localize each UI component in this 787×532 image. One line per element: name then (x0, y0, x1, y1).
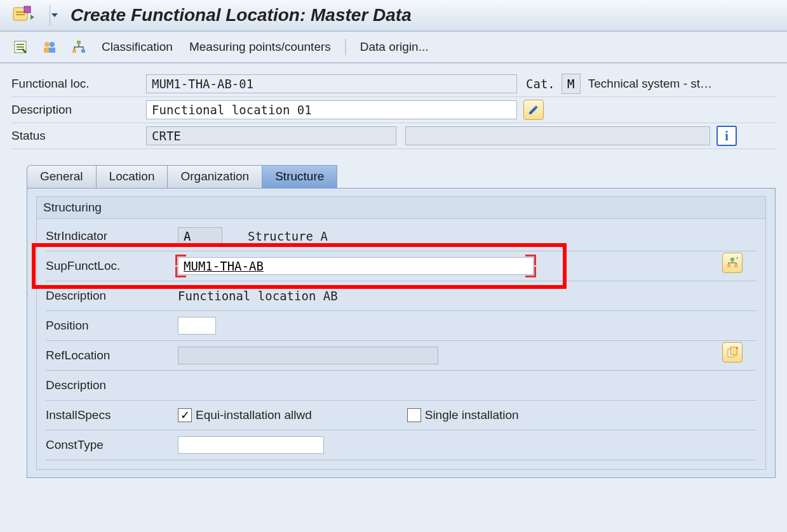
strindicator-label: StrIndicator (46, 229, 178, 243)
toolbar-separator (345, 39, 346, 55)
funcloc-label: Functional loc. (11, 77, 146, 91)
sap-window: Create Functional Location: Master Data … (0, 0, 787, 478)
structure-overview-button[interactable] (722, 253, 743, 273)
svg-rect-9 (81, 50, 85, 53)
focus-corner-icon (175, 255, 186, 265)
page-title: Create Functional Location: Master Data (71, 5, 412, 25)
category-field: M (562, 74, 581, 94)
consttype-label: ConstType (46, 438, 178, 452)
supfunctloc-row: SupFunctLoc. (46, 251, 757, 281)
hierarchy-icon[interactable] (70, 38, 88, 56)
svg-rect-10 (730, 258, 734, 261)
supfunctloc-label: SupFunctLoc. (46, 259, 178, 273)
data-origin-button[interactable]: Data origin... (358, 39, 431, 55)
classification-button[interactable]: Classification (99, 39, 175, 55)
tabstrip: General Location Organization Structure (27, 164, 776, 188)
single-installation-label: Single installation (425, 408, 519, 422)
status-extra-field (405, 126, 710, 145)
equi-installation-checkbox[interactable] (178, 408, 192, 422)
ref-description-label: Description (46, 378, 178, 392)
focus-corner-icon (525, 255, 536, 265)
description-label: Description (11, 103, 146, 117)
svg-rect-12 (734, 264, 737, 267)
equi-installation-label: Equi-installation allwd (196, 408, 312, 422)
structuring-group: Structuring StrIndicator A Structure A S… (36, 196, 766, 470)
svg-rect-6 (49, 48, 55, 53)
svg-rect-1 (24, 6, 30, 13)
status-label: Status (11, 129, 146, 143)
installspecs-label: InstallSpecs (46, 408, 178, 422)
strindicator-field: A (178, 227, 222, 245)
status-field: CRTE (146, 126, 396, 145)
single-installation-checkbox[interactable] (407, 408, 421, 422)
svg-point-3 (44, 42, 50, 47)
strindicator-text: Structure A (248, 229, 328, 243)
toolbar: Classification Measuring points/counters… (0, 32, 787, 63)
svg-rect-11 (727, 264, 730, 267)
edit-description-button[interactable] (523, 100, 544, 120)
reflocation-field (178, 347, 438, 364)
focus-corner-icon (175, 267, 186, 277)
installspecs-row: InstallSpecs Equi-installation allwd Sin… (46, 401, 757, 430)
consttype-row: ConstType (46, 430, 757, 460)
tab-organization[interactable]: Organization (167, 165, 262, 189)
reflocation-label: RefLocation (46, 349, 178, 362)
focus-corner-icon (525, 267, 536, 277)
sup-description-value: Functional location AB (178, 289, 338, 303)
category-text: Technical system - st… (588, 77, 712, 91)
status-info-button[interactable]: i (716, 126, 737, 146)
category-label: Cat. (526, 77, 555, 91)
tab-content-structure: Structuring StrIndicator A Structure A S… (27, 188, 776, 478)
supfunctloc-field[interactable] (178, 257, 534, 275)
svg-point-4 (50, 42, 55, 47)
partners-icon[interactable] (41, 38, 58, 56)
svg-rect-7 (77, 41, 81, 44)
svg-rect-8 (72, 50, 76, 53)
funcloc-field: MUM1-THA-AB-01 (146, 74, 517, 93)
tab-location[interactable]: Location (96, 165, 168, 189)
tab-general[interactable]: General (27, 165, 97, 189)
svg-rect-14 (730, 347, 737, 355)
sup-description-row: Description Functional location AB (46, 281, 757, 311)
app-icon (11, 5, 38, 25)
tab-structure[interactable]: Structure (262, 165, 337, 189)
document-icon[interactable] (11, 38, 29, 56)
position-row: Position (46, 311, 757, 341)
strindicator-row: StrIndicator A Structure A (46, 222, 757, 251)
titlebar: Create Functional Location: Master Data (0, 0, 787, 32)
reflocation-copy-button[interactable] (722, 342, 743, 362)
title-dropdown[interactable] (50, 5, 59, 25)
position-label: Position (46, 319, 178, 333)
tab-area: General Location Organization Structure … (0, 153, 787, 478)
reflocation-row: RefLocation (46, 341, 757, 371)
consttype-field[interactable] (178, 436, 324, 454)
header-fields: Functional loc. MUM1-THA-AB-01 Cat. M Te… (0, 63, 787, 153)
structuring-title: Structuring (37, 197, 765, 219)
sup-description-label: Description (46, 289, 178, 303)
position-field[interactable] (178, 317, 216, 335)
measuring-points-button[interactable]: Measuring points/counters (187, 39, 333, 55)
description-field[interactable] (146, 100, 517, 119)
ref-description-row: Description (46, 371, 757, 401)
